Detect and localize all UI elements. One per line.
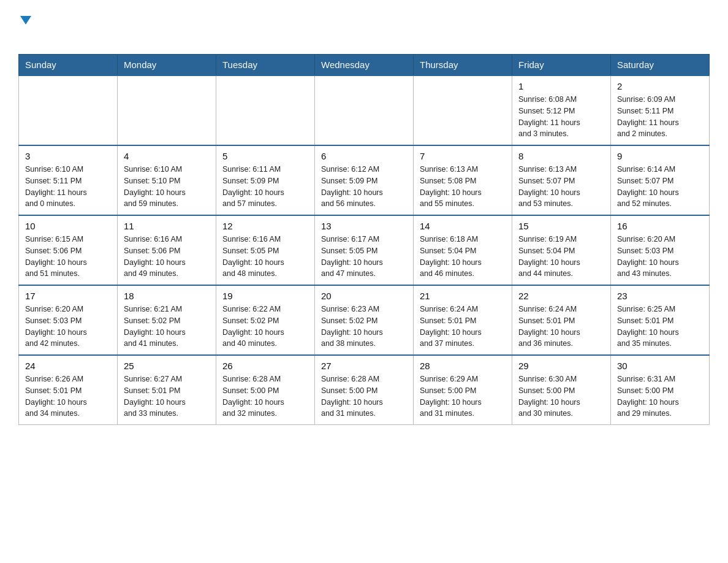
- day-number: 16: [617, 221, 703, 231]
- day-info: Sunrise: 6:16 AM Sunset: 5:06 PM Dayligh…: [124, 234, 210, 280]
- day-info: Sunrise: 6:09 AM Sunset: 5:11 PM Dayligh…: [617, 94, 703, 140]
- day-number: 9: [617, 151, 703, 161]
- day-info: Sunrise: 6:18 AM Sunset: 5:04 PM Dayligh…: [420, 234, 506, 280]
- calendar-cell: 3Sunrise: 6:10 AM Sunset: 5:11 PM Daylig…: [19, 145, 118, 215]
- day-info: Sunrise: 6:13 AM Sunset: 5:08 PM Dayligh…: [420, 164, 506, 210]
- day-number: 22: [518, 291, 604, 301]
- calendar-body: 1Sunrise: 6:08 AM Sunset: 5:12 PM Daylig…: [19, 75, 710, 425]
- day-number: 1: [518, 81, 604, 91]
- day-info: Sunrise: 6:17 AM Sunset: 5:05 PM Dayligh…: [321, 234, 407, 280]
- day-info: Sunrise: 6:28 AM Sunset: 5:00 PM Dayligh…: [321, 373, 407, 419]
- calendar-cell: 28Sunrise: 6:29 AM Sunset: 5:00 PM Dayli…: [414, 355, 512, 425]
- calendar-cell: 24Sunrise: 6:26 AM Sunset: 5:01 PM Dayli…: [19, 355, 118, 425]
- day-number: 19: [222, 291, 308, 301]
- day-info: Sunrise: 6:10 AM Sunset: 5:11 PM Dayligh…: [25, 164, 111, 210]
- calendar-cell: 17Sunrise: 6:20 AM Sunset: 5:03 PM Dayli…: [19, 285, 118, 355]
- day-of-week-header: Thursday: [414, 55, 512, 76]
- day-number: 24: [25, 361, 111, 371]
- day-of-week-header: Sunday: [19, 55, 118, 76]
- day-info: Sunrise: 6:14 AM Sunset: 5:07 PM Dayligh…: [617, 164, 703, 210]
- logo-blue-text: [18, 27, 20, 42]
- logo: [18, 12, 32, 43]
- day-number: 21: [420, 291, 506, 301]
- day-info: Sunrise: 6:23 AM Sunset: 5:02 PM Dayligh…: [321, 304, 407, 350]
- calendar-cell: 18Sunrise: 6:21 AM Sunset: 5:02 PM Dayli…: [118, 285, 216, 355]
- day-info: Sunrise: 6:31 AM Sunset: 5:00 PM Dayligh…: [617, 373, 703, 419]
- day-number: 13: [321, 221, 407, 231]
- calendar-cell: 23Sunrise: 6:25 AM Sunset: 5:01 PM Dayli…: [611, 285, 710, 355]
- day-of-week-header: Wednesday: [315, 55, 414, 76]
- day-number: 29: [518, 361, 604, 371]
- calendar-cell: [414, 75, 512, 145]
- calendar-cell: 5Sunrise: 6:11 AM Sunset: 5:09 PM Daylig…: [216, 145, 315, 215]
- calendar-cell: 15Sunrise: 6:19 AM Sunset: 5:04 PM Dayli…: [512, 215, 611, 285]
- day-number: 10: [25, 221, 111, 231]
- calendar-week-row: 24Sunrise: 6:26 AM Sunset: 5:01 PM Dayli…: [19, 355, 710, 425]
- day-number: 18: [124, 291, 210, 301]
- calendar-cell: 10Sunrise: 6:15 AM Sunset: 5:06 PM Dayli…: [19, 215, 118, 285]
- page-header: [18, 12, 710, 43]
- day-of-week-header: Tuesday: [216, 55, 315, 76]
- day-number: 25: [124, 361, 210, 371]
- calendar-cell: 22Sunrise: 6:24 AM Sunset: 5:01 PM Dayli…: [512, 285, 611, 355]
- calendar-cell: 29Sunrise: 6:30 AM Sunset: 5:00 PM Dayli…: [512, 355, 611, 425]
- calendar-cell: 4Sunrise: 6:10 AM Sunset: 5:10 PM Daylig…: [118, 145, 216, 215]
- calendar-cell: 26Sunrise: 6:28 AM Sunset: 5:00 PM Dayli…: [216, 355, 315, 425]
- day-number: 26: [222, 361, 308, 371]
- calendar-cell: [118, 75, 216, 145]
- calendar-cell: 19Sunrise: 6:22 AM Sunset: 5:02 PM Dayli…: [216, 285, 315, 355]
- day-number: 17: [25, 291, 111, 301]
- day-info: Sunrise: 6:30 AM Sunset: 5:00 PM Dayligh…: [518, 373, 604, 419]
- calendar-cell: 12Sunrise: 6:16 AM Sunset: 5:05 PM Dayli…: [216, 215, 315, 285]
- calendar-cell: [216, 75, 315, 145]
- day-info: Sunrise: 6:28 AM Sunset: 5:00 PM Dayligh…: [222, 373, 308, 419]
- day-info: Sunrise: 6:13 AM Sunset: 5:07 PM Dayligh…: [518, 164, 604, 210]
- day-info: Sunrise: 6:16 AM Sunset: 5:05 PM Dayligh…: [222, 234, 308, 280]
- svg-marker-0: [20, 16, 31, 25]
- calendar-cell: [315, 75, 414, 145]
- calendar-week-row: 10Sunrise: 6:15 AM Sunset: 5:06 PM Dayli…: [19, 215, 710, 285]
- day-number: 4: [124, 151, 210, 161]
- day-number: 20: [321, 291, 407, 301]
- day-number: 28: [420, 361, 506, 371]
- logo-arrow-icon: [19, 13, 32, 27]
- calendar-table: SundayMondayTuesdayWednesdayThursdayFrid…: [18, 54, 710, 425]
- calendar-cell: 9Sunrise: 6:14 AM Sunset: 5:07 PM Daylig…: [611, 145, 710, 215]
- day-info: Sunrise: 6:08 AM Sunset: 5:12 PM Dayligh…: [518, 94, 604, 140]
- calendar-cell: 25Sunrise: 6:27 AM Sunset: 5:01 PM Dayli…: [118, 355, 216, 425]
- day-of-week-header: Saturday: [611, 55, 710, 76]
- day-info: Sunrise: 6:20 AM Sunset: 5:03 PM Dayligh…: [617, 234, 703, 280]
- calendar-week-row: 17Sunrise: 6:20 AM Sunset: 5:03 PM Dayli…: [19, 285, 710, 355]
- calendar-cell: 21Sunrise: 6:24 AM Sunset: 5:01 PM Dayli…: [414, 285, 512, 355]
- day-number: 5: [222, 151, 308, 161]
- day-number: 8: [518, 151, 604, 161]
- calendar-cell: 20Sunrise: 6:23 AM Sunset: 5:02 PM Dayli…: [315, 285, 414, 355]
- day-number: 27: [321, 361, 407, 371]
- calendar-cell: 6Sunrise: 6:12 AM Sunset: 5:09 PM Daylig…: [315, 145, 414, 215]
- calendar-cell: 7Sunrise: 6:13 AM Sunset: 5:08 PM Daylig…: [414, 145, 512, 215]
- calendar-cell: 30Sunrise: 6:31 AM Sunset: 5:00 PM Dayli…: [611, 355, 710, 425]
- day-info: Sunrise: 6:22 AM Sunset: 5:02 PM Dayligh…: [222, 304, 308, 350]
- day-info: Sunrise: 6:29 AM Sunset: 5:00 PM Dayligh…: [420, 373, 506, 419]
- day-number: 2: [617, 81, 703, 91]
- day-of-week-header: Friday: [512, 55, 611, 76]
- day-number: 15: [518, 221, 604, 231]
- calendar-cell: 8Sunrise: 6:13 AM Sunset: 5:07 PM Daylig…: [512, 145, 611, 215]
- day-number: 30: [617, 361, 703, 371]
- day-number: 12: [222, 221, 308, 231]
- day-info: Sunrise: 6:24 AM Sunset: 5:01 PM Dayligh…: [518, 304, 604, 350]
- calendar-cell: 16Sunrise: 6:20 AM Sunset: 5:03 PM Dayli…: [611, 215, 710, 285]
- day-info: Sunrise: 6:15 AM Sunset: 5:06 PM Dayligh…: [25, 234, 111, 280]
- day-number: 14: [420, 221, 506, 231]
- calendar-cell: 14Sunrise: 6:18 AM Sunset: 5:04 PM Dayli…: [414, 215, 512, 285]
- day-info: Sunrise: 6:21 AM Sunset: 5:02 PM Dayligh…: [124, 304, 210, 350]
- day-info: Sunrise: 6:11 AM Sunset: 5:09 PM Dayligh…: [222, 164, 308, 210]
- calendar-cell: 1Sunrise: 6:08 AM Sunset: 5:12 PM Daylig…: [512, 75, 611, 145]
- day-of-week-header: Monday: [118, 55, 216, 76]
- calendar-cell: [19, 75, 118, 145]
- calendar-header-row: SundayMondayTuesdayWednesdayThursdayFrid…: [19, 55, 710, 76]
- calendar-cell: 11Sunrise: 6:16 AM Sunset: 5:06 PM Dayli…: [118, 215, 216, 285]
- day-info: Sunrise: 6:25 AM Sunset: 5:01 PM Dayligh…: [617, 304, 703, 350]
- calendar-cell: 13Sunrise: 6:17 AM Sunset: 5:05 PM Dayli…: [315, 215, 414, 285]
- day-number: 11: [124, 221, 210, 231]
